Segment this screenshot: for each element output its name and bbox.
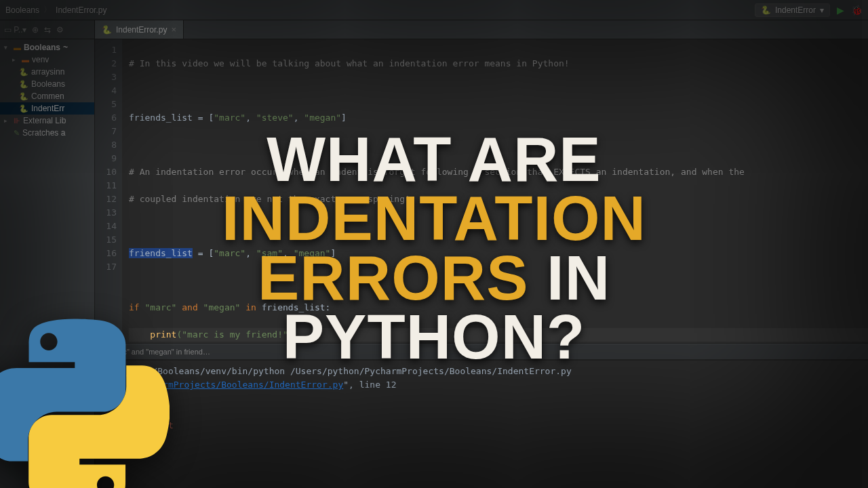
settings-icon[interactable]: ⚙ bbox=[56, 25, 64, 35]
tree-file-selected[interactable]: 🐍IndentErr bbox=[0, 102, 94, 115]
chevron-down-icon: ▾ bbox=[820, 5, 824, 15]
project-dropdown[interactable]: ▭ P..▾ bbox=[4, 25, 26, 35]
tree-venv[interactable]: ▸▬venv bbox=[0, 54, 94, 66]
python-icon: 🐍 bbox=[761, 5, 771, 15]
console-line bbox=[104, 432, 859, 446]
console-exit: it code 1 bbox=[104, 446, 859, 460]
code-editor[interactable]: 1 2 3 4 5 6 7 8 9 10 11 12 13 14 15 16 1 bbox=[95, 39, 868, 343]
run-config-selector[interactable]: 🐍 IndentError ▾ bbox=[755, 3, 830, 17]
run-console[interactable]: mProjects/Booleans/venv/bin/python /User… bbox=[95, 359, 868, 488]
project-tree: ▾▬Booleans ~ ▸▬venv 🐍arraysinn 🐍Booleans… bbox=[0, 39, 94, 141]
chevron-right-icon: 〉 bbox=[43, 4, 52, 16]
debug-icon[interactable]: 🐞 bbox=[851, 5, 863, 16]
breadcrumb-file[interactable]: IndentError.py bbox=[56, 5, 106, 15]
breadcrumb: Booleans 〉 IndentError.py bbox=[5, 4, 106, 16]
editor-breadcrumb: if "marc" and "megan" in friend… bbox=[95, 343, 868, 359]
line-gutter: 1 2 3 4 5 6 7 8 9 10 11 12 13 14 15 16 1 bbox=[95, 39, 122, 343]
tree-scratches[interactable]: ✎Scratches a bbox=[0, 127, 94, 139]
tab-label: IndentError.py bbox=[116, 25, 167, 35]
code-content[interactable]: # In this video we will be talking about… bbox=[122, 39, 868, 343]
tree-external-lib[interactable]: ▸⊪External Lib bbox=[0, 115, 94, 127]
console-line: File "PycharmProjects/Booleans/IndentErr… bbox=[104, 378, 859, 392]
tree-file[interactable]: 🐍Commen bbox=[0, 90, 94, 102]
editor-tab[interactable]: 🐍 IndentError.py × bbox=[95, 20, 184, 39]
sidebar-header: ▭ P..▾ ⊕ ⇆ ⚙ bbox=[0, 20, 94, 39]
console-line bbox=[104, 405, 859, 419]
console-line: friend") bbox=[104, 392, 859, 405]
top-toolbar: Booleans 〉 IndentError.py 🐍 IndentError … bbox=[0, 0, 868, 20]
tree-root[interactable]: ▾▬Booleans ~ bbox=[0, 41, 94, 54]
close-icon[interactable]: × bbox=[171, 24, 176, 35]
python-icon: 🐍 bbox=[102, 25, 112, 35]
tree-file[interactable]: 🐍arraysinn bbox=[0, 66, 94, 78]
collapse-icon[interactable]: ⇆ bbox=[44, 25, 51, 35]
editor-area: 🐍 IndentError.py × 1 2 3 4 5 6 7 8 9 10 bbox=[95, 20, 868, 488]
toolbar-right: 🐍 IndentError ▾ ▶ 🐞 bbox=[755, 3, 863, 17]
target-icon[interactable]: ⊕ bbox=[32, 25, 39, 35]
editor-tabs: 🐍 IndentError.py × bbox=[95, 20, 868, 39]
run-icon[interactable]: ▶ bbox=[837, 5, 844, 16]
console-error: pected indent bbox=[104, 419, 859, 432]
tree-file[interactable]: 🐍Booleans bbox=[0, 78, 94, 90]
console-line: mProjects/Booleans/venv/bin/python /User… bbox=[104, 365, 859, 378]
run-config-label: IndentError bbox=[775, 5, 816, 15]
python-logo-icon bbox=[0, 319, 170, 488]
breadcrumb-project[interactable]: Booleans bbox=[5, 5, 39, 15]
